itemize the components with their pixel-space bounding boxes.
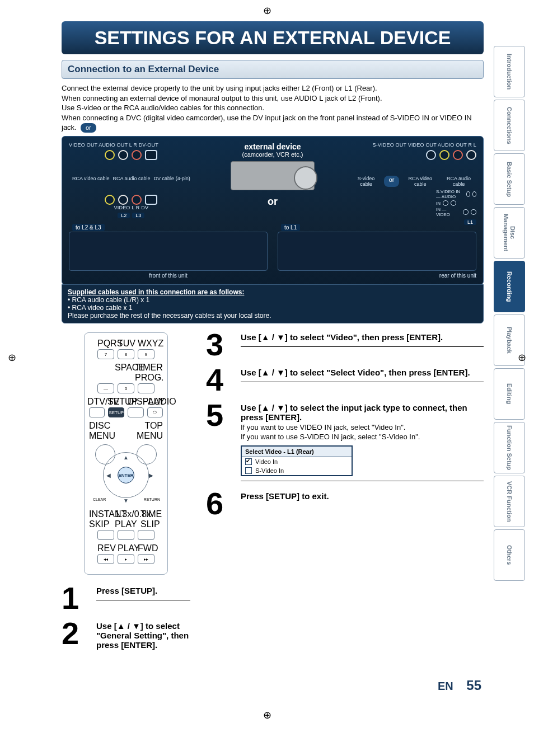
jack-audio-l-out	[466, 150, 476, 160]
vcr-icon	[231, 161, 315, 190]
intro-line: Connect the external device properly to …	[62, 83, 484, 93]
cable-label: RCA video cable	[402, 176, 438, 187]
key-label: PQRS	[97, 339, 114, 349]
registration-mark-top: ⊕	[0, 0, 534, 21]
jack-dv-in	[145, 195, 157, 205]
return-label: RETURN	[144, 497, 160, 501]
lane-l3: L3	[132, 213, 144, 218]
key-label: PLAY	[118, 543, 134, 553]
jack-audio-r	[132, 150, 142, 160]
registration-mark-bottom: ⊕	[0, 705, 534, 726]
jack-audio-l-in	[118, 195, 128, 205]
big-or: or	[210, 196, 335, 208]
key-label: SPACE	[115, 363, 132, 383]
arrow-right-icon: ▶	[149, 472, 153, 478]
external-device-sub: (camcorder, VCR etc.)	[210, 151, 335, 158]
key-dtvtv	[89, 407, 105, 417]
enter-button: ENTER	[118, 467, 134, 483]
step-title: Use [▲ / ▼] to select "Select Video", th…	[241, 368, 484, 377]
supplied-cables-box: Supplied cables used in this connection …	[62, 284, 484, 323]
remote-control-diagram: PQRSTUVWXYZ 7 8 9 SPACETIMER PROG. — 0 D…	[84, 332, 168, 575]
intro-line: Use S-video or the RCA audio/video cable…	[62, 103, 484, 113]
jack-audio-r-out	[453, 150, 463, 160]
jack-video-in	[105, 195, 115, 205]
osd-option: S-Video In	[242, 466, 352, 475]
cable-label: RCA audio cable	[441, 176, 476, 187]
osd-option: Video In	[242, 457, 352, 466]
step-number: 1	[62, 586, 91, 611]
jack-labels-top-left: VIDEO OUT AUDIO OUT L R DV-OUT	[69, 142, 194, 148]
intro-text: Connect the external device properly to …	[62, 83, 484, 133]
supplied-line: • RCA video cable x 1	[68, 304, 477, 312]
page-number: 55	[466, 678, 481, 693]
unit-front-panel	[69, 232, 268, 271]
jack-line-label: IN — VIDEO	[436, 207, 461, 217]
panel-caption-rear: rear of this unit	[278, 273, 476, 279]
key-timer	[138, 383, 154, 393]
key-audio: ⬭	[147, 407, 163, 417]
page-title: SETTINGS FOR AN EXTERNAL DEVICE	[62, 21, 484, 54]
supplied-line: • RCA audio cable (L/R) x 1	[68, 296, 477, 304]
jack-dv-out	[145, 150, 157, 160]
key-display	[128, 407, 143, 417]
jack-labels-top-right: S-VIDEO OUT VIDEO OUT AUDIO OUT R L	[352, 142, 476, 148]
cable-label: RCA audio cable	[113, 176, 151, 181]
key-label: TOP MENU	[129, 421, 163, 441]
intro-line: When connecting a DVC (digital video cam…	[62, 113, 484, 133]
osd-select-video: Select Video - L1 (Rear) Video In S-Vide…	[241, 445, 353, 476]
lane-l2: L2	[118, 213, 130, 218]
intro-line: When connecting an external device of mo…	[62, 93, 484, 104]
jack-audio-r-in	[132, 195, 142, 205]
key-8: 8	[118, 349, 134, 359]
step-title: Press [SETUP] to exit.	[241, 491, 484, 501]
key-label: 1.3x/0.8x PLAY	[115, 509, 137, 529]
jack-video-out	[105, 150, 115, 160]
supplied-line: Please purchase the rest of the necessar…	[68, 312, 477, 320]
arrow-down-icon: ▼	[123, 497, 129, 504]
key-label: DISPLAY	[128, 397, 144, 407]
step-title: Press [SETUP].	[96, 586, 190, 595]
jack-svideo-out	[426, 150, 436, 160]
arrow-up-icon: ▲	[123, 454, 129, 461]
step-number: 5	[206, 403, 235, 428]
lane-l1: L1	[464, 219, 476, 225]
key-label: TUV	[118, 339, 134, 349]
step-body: If you want to use S-VIDEO IN jack, sele…	[241, 433, 484, 441]
key-label: TIME SLIP	[140, 509, 163, 529]
key-instant-skip	[97, 530, 114, 540]
key-time-slip	[138, 530, 154, 540]
cable-label: DV cable (4-pin)	[154, 176, 190, 181]
conn-tag-left: to L2 & L3	[72, 224, 105, 231]
key-label: REV	[97, 543, 114, 553]
arrow-left-icon: ◀	[106, 472, 111, 478]
key-9: 9	[138, 349, 154, 359]
key-7: 7	[97, 349, 114, 359]
rear-jack-block: S-VIDEO IN — AUDIO IN IN — VIDEO	[436, 189, 476, 217]
nav-pad: ENTER ▲ ▼ ◀ ▶ CLEAR RETURN	[95, 444, 157, 506]
connection-diagram: VIDEO OUT AUDIO OUT L R DV-OUT RCA video…	[62, 136, 484, 285]
step-title: Use [▲ / ▼] to select the input jack typ…	[241, 403, 484, 422]
diagram-center: external device (camcorder, VCR etc.) or	[210, 142, 335, 210]
key-label: SETUP	[107, 397, 124, 407]
osd-header: Select Video - L1 (Rear)	[242, 447, 352, 457]
key-rev: ◂◂	[97, 554, 114, 564]
step-number: 6	[206, 491, 235, 516]
supplied-header: Supplied cables used in this connection …	[68, 288, 477, 296]
key-0: 0	[118, 383, 134, 393]
step-body: If you want to use VIDEO IN jack, select…	[241, 423, 484, 431]
checkbox-empty-icon	[245, 467, 252, 474]
step-title: Use [▲ / ▼] to select "General Setting",…	[96, 621, 190, 650]
external-device-title: external device	[210, 142, 335, 151]
osd-option-label: S-Video In	[255, 467, 284, 474]
or-badge: or	[81, 123, 96, 133]
step-title: Use [▲ / ▼] to select "Video", then pres…	[241, 332, 484, 342]
cable-label: S-video cable	[352, 176, 380, 187]
key-play: ▸	[118, 554, 134, 564]
step-number: 3	[206, 332, 235, 358]
key-label: TIMER PROG.	[135, 363, 157, 383]
section-heading: Connection to an External Device	[62, 60, 484, 79]
jack-line-label: S-VIDEO IN — AUDIO	[436, 189, 464, 199]
diagram-right: S-VIDEO OUT VIDEO OUT AUDIO OUT R L S-vi…	[352, 142, 476, 227]
diagram-left: VIDEO OUT AUDIO OUT L R DV-OUT RCA video…	[69, 142, 194, 220]
unit-rear-panel	[278, 232, 476, 271]
